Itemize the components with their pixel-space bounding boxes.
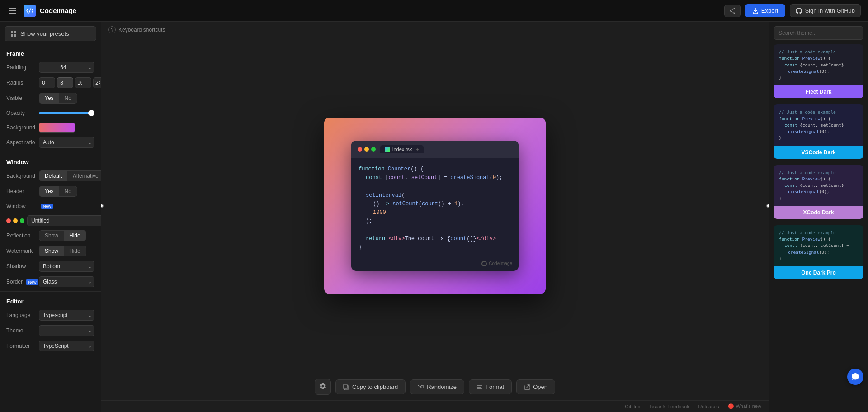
visible-no-button[interactable]: No — [59, 93, 77, 103]
theme-fleet-preview: // Just a code example function Preview(… — [774, 44, 863, 85]
open-button[interactable]: Open — [516, 379, 555, 394]
formatter-select-wrap: TypeScript Prettier — [39, 341, 94, 351]
randomize-button[interactable]: Randomize — [410, 379, 464, 394]
theme-card-fleet-dark[interactable]: // Just a code example function Preview(… — [774, 44, 863, 98]
theme-search-input[interactable] — [774, 26, 863, 40]
window-new-badge: New — [41, 204, 53, 209]
theme-row: Theme Fleet Dark VSCode Dark — [0, 323, 101, 338]
bottom-toolbar: Copy to clipboard Randomize Format Open — [101, 374, 769, 400]
header-row: Header Yes No — [0, 184, 101, 199]
header-label: Header — [6, 188, 39, 194]
watermark-row: Watermark Show Hide — [0, 243, 101, 259]
preview-tab-plus: + — [416, 147, 419, 152]
aspect-ratio-row: Aspect ratio Auto 16:9 4:3 1:1 — [0, 135, 101, 150]
reflection-row: Reflection Show Hide — [0, 228, 101, 243]
language-select[interactable]: Typescript JavaScript Python — [39, 310, 94, 321]
header-yes-button[interactable]: Yes — [39, 186, 59, 196]
hamburger-button[interactable] — [7, 5, 18, 16]
format-button[interactable]: Format — [469, 379, 512, 394]
svg-rect-11 — [14, 34, 16, 37]
radius-input-8[interactable] — [57, 77, 73, 88]
radius-input-0[interactable] — [39, 77, 55, 88]
preview-tab-name: index.tsx — [392, 147, 412, 152]
visible-toggle-group: Yes No — [39, 93, 77, 104]
toolbar-settings-button[interactable] — [315, 379, 331, 395]
copy-clipboard-button[interactable]: Copy to clipboard — [335, 379, 406, 394]
theme-card-vscode-dark[interactable]: // Just a code example function Preview(… — [774, 104, 863, 158]
logo-area: CodeImage — [24, 5, 76, 17]
presets-label: Show your presets — [20, 30, 69, 37]
preview-tl-red — [358, 147, 362, 152]
radius-inputs — [39, 77, 101, 88]
radius-input-16[interactable] — [75, 77, 91, 88]
preview-tl-yellow — [364, 147, 369, 152]
window-bg-alternative-button[interactable]: Alternative — [67, 171, 101, 181]
background-color-swatch[interactable] — [39, 123, 75, 133]
formatter-value: TypeScript Prettier — [39, 341, 94, 351]
border-select[interactable]: Glass None Solid — [39, 276, 94, 287]
reflection-toggle-group: Show Hide — [39, 230, 86, 241]
github-signin-button[interactable]: Sign in with GitHub — [790, 4, 861, 17]
preview-titlebar: index.tsx + — [351, 141, 519, 158]
watermark-hide-button[interactable]: Hide — [64, 246, 86, 256]
theme-xcode-label: XCode Dark — [774, 206, 863, 219]
watermark-show-button[interactable]: Show — [39, 246, 64, 256]
resize-handle-right[interactable] — [766, 204, 769, 208]
theme-vscode-preview: // Just a code example function Preview(… — [774, 104, 863, 146]
svg-rect-10 — [11, 34, 13, 37]
share-button[interactable] — [724, 5, 741, 17]
shadow-select-wrap: Bottom None Top — [39, 261, 94, 272]
padding-value — [39, 62, 94, 73]
theme-card-xcode-dark[interactable]: // Just a code example function Preview(… — [774, 165, 863, 219]
border-select-wrap: Glass None Solid — [39, 276, 94, 287]
shadow-select[interactable]: Bottom None Top — [39, 261, 94, 272]
border-label-text: Border New — [6, 279, 39, 285]
preview-traffic-lights — [358, 147, 376, 152]
resize-handle-left[interactable] — [101, 204, 104, 208]
preview-tab-icon — [385, 147, 390, 152]
aspect-ratio-select-wrap: Auto 16:9 4:3 1:1 — [39, 137, 94, 148]
traffic-light-red — [6, 218, 11, 223]
reflection-hide-button[interactable]: Hide — [64, 231, 86, 241]
open-label: Open — [533, 384, 547, 390]
aspect-ratio-value: Auto 16:9 4:3 1:1 — [39, 137, 94, 148]
theme-search-area — [769, 22, 868, 44]
format-label: Format — [486, 384, 504, 390]
header-no-button[interactable]: No — [59, 186, 77, 196]
watermark-toggle-group: Show Hide — [39, 246, 86, 256]
theme-fleet-label: Fleet Dark — [774, 85, 863, 98]
padding-input[interactable] — [39, 62, 94, 73]
reflection-show-button[interactable]: Show — [39, 231, 64, 241]
window-bg-toggle-group: Default Alternative — [39, 170, 101, 181]
theme-select[interactable]: Fleet Dark VSCode Dark — [39, 325, 94, 336]
canvas-area: index.tsx + function Counter() { const [… — [101, 38, 769, 374]
radius-label: Radius — [6, 80, 39, 86]
window-bg-default-button[interactable]: Default — [39, 171, 67, 181]
theme-card-one-dark-pro[interactable]: // Just a code example function Preview(… — [774, 225, 863, 279]
shadow-row: Shadow Bottom None Top — [0, 259, 101, 274]
code-line-8: } — [359, 243, 511, 252]
opacity-slider[interactable] — [39, 112, 94, 114]
window-name-input[interactable] — [27, 215, 101, 226]
formatter-select[interactable]: TypeScript Prettier — [39, 341, 94, 351]
visible-row: Visible Yes No — [0, 90, 101, 106]
traffic-light-green — [20, 218, 24, 223]
app-name: CodeImage — [40, 7, 76, 14]
randomize-label: Randomize — [427, 384, 457, 390]
right-sidebar: // Just a code example function Preview(… — [769, 22, 868, 412]
code-line-3: setInterval( — [359, 191, 511, 200]
feedback-bubble[interactable] — [847, 369, 863, 385]
logo-icon — [24, 5, 36, 17]
visible-yes-button[interactable]: Yes — [39, 93, 59, 103]
footer-issue-link[interactable]: Issue & Feedback — [650, 404, 689, 409]
export-button[interactable]: Export — [745, 4, 786, 17]
footer-releases-link[interactable]: Releases — [698, 404, 719, 409]
footer-whats-new-link[interactable]: 🔴 What's new — [728, 403, 761, 409]
border-new-badge: New — [26, 279, 38, 285]
aspect-ratio-select[interactable]: Auto 16:9 4:3 1:1 — [39, 137, 94, 148]
presets-button[interactable]: Show your presets — [5, 26, 96, 41]
preview-tab: index.tsx + — [380, 145, 424, 153]
radius-input-24[interactable] — [93, 77, 101, 88]
export-label: Export — [761, 7, 778, 14]
footer-github-link[interactable]: GitHub — [625, 404, 640, 409]
